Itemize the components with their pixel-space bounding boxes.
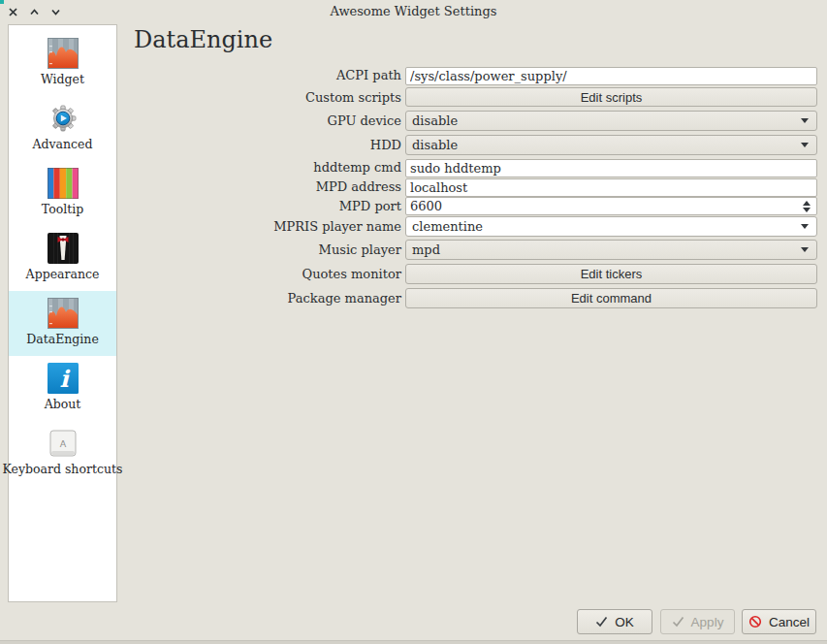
mpd-port-spinbox[interactable]: 6600	[405, 197, 817, 215]
chart-icon	[48, 298, 79, 329]
chart-icon	[48, 38, 79, 69]
sidebar-item-appearance[interactable]: Appearance	[9, 226, 116, 291]
category-sidebar: Widget Advanced Tooltip Appearance DataE…	[8, 24, 117, 602]
sidebar-item-label: Keyboard shortcuts	[3, 462, 123, 476]
sidebar-item-label: Widget	[41, 72, 84, 86]
chevron-down-icon	[801, 143, 809, 147]
quotes-monitor-label: Quotes monitor	[136, 267, 405, 281]
hdd-label: HDD	[136, 138, 405, 152]
gpu-device-value: disable	[412, 113, 458, 128]
tuxedo-icon	[48, 233, 79, 264]
sidebar-item-widget[interactable]: Widget	[9, 31, 116, 96]
sidebar-item-dataengine[interactable]: DataEngine	[9, 291, 116, 356]
chevron-down-icon	[801, 247, 809, 252]
hddtemp-cmd-input[interactable]	[405, 159, 817, 177]
hdd-dropdown[interactable]: disable	[405, 135, 817, 155]
acpi-path-input[interactable]	[405, 67, 817, 85]
apply-button[interactable]: Apply	[660, 609, 735, 634]
mpd-address-input[interactable]	[405, 178, 817, 197]
edit-tickers-button[interactable]: Edit tickers	[405, 264, 817, 284]
stripes-icon	[48, 168, 79, 199]
package-manager-label: Package manager	[136, 291, 405, 306]
page-title: DataEngine	[134, 26, 272, 53]
sidebar-item-label: Tooltip	[42, 202, 83, 216]
sidebar-item-label: DataEngine	[26, 332, 99, 346]
mpd-address-label: MPD address	[136, 179, 405, 194]
edit-scripts-button[interactable]: Edit scripts	[405, 87, 817, 107]
mpd-port-label: MPD port	[136, 199, 405, 213]
chevron-down-icon	[801, 118, 809, 123]
check-icon	[672, 616, 684, 628]
mpris-player-name-label: MPRIS player name	[136, 219, 405, 234]
custom-scripts-label: Custom scripts	[136, 90, 405, 105]
keycap-icon	[48, 428, 79, 459]
chevron-down-icon	[801, 224, 809, 229]
info-icon	[48, 363, 79, 394]
hdd-value: disable	[412, 138, 458, 152]
sidebar-item-label: Appearance	[26, 267, 100, 281]
window-bottom-edge	[0, 640, 827, 644]
sidebar-item-label: About	[45, 397, 81, 411]
apply-button-label: Apply	[691, 615, 724, 629]
music-player-dropdown[interactable]: mpd	[405, 240, 817, 260]
spin-up-icon[interactable]	[803, 201, 811, 206]
mpris-player-name-combobox[interactable]: clementine	[405, 216, 817, 237]
spin-down-icon[interactable]	[803, 208, 811, 212]
cancel-button[interactable]: Cancel	[742, 609, 816, 634]
music-player-label: Music player	[136, 242, 405, 257]
hddtemp-cmd-label: hddtemp cmd	[136, 160, 405, 175]
mpd-port-value: 6600	[410, 199, 442, 213]
window-title: Awesome Widget Settings	[0, 4, 827, 18]
gear-icon	[48, 103, 79, 134]
cancel-button-label: Cancel	[769, 615, 810, 629]
no-entry-icon	[748, 615, 762, 628]
ok-button[interactable]: OK	[577, 609, 652, 634]
acpi-path-label: ACPI path	[136, 68, 405, 82]
sidebar-item-keyboard-shortcuts[interactable]: Keyboard shortcuts	[9, 421, 116, 486]
gpu-device-label: GPU device	[136, 113, 405, 128]
mpris-player-name-value: clementine	[412, 219, 483, 234]
sidebar-item-about[interactable]: About	[9, 356, 116, 421]
sidebar-item-advanced[interactable]: Advanced	[9, 96, 116, 161]
sidebar-item-tooltip[interactable]: Tooltip	[9, 161, 116, 226]
ok-button-label: OK	[615, 615, 634, 629]
awesome-widget-settings-window: { "window": { "title": "Awesome Widget S…	[0, 0, 827, 644]
edit-command-button[interactable]: Edit command	[405, 288, 817, 308]
spinner-arrows	[803, 201, 811, 212]
sidebar-item-label: Advanced	[33, 137, 93, 151]
gpu-device-dropdown[interactable]: disable	[405, 111, 817, 131]
check-icon	[595, 616, 608, 628]
music-player-value: mpd	[412, 242, 440, 257]
